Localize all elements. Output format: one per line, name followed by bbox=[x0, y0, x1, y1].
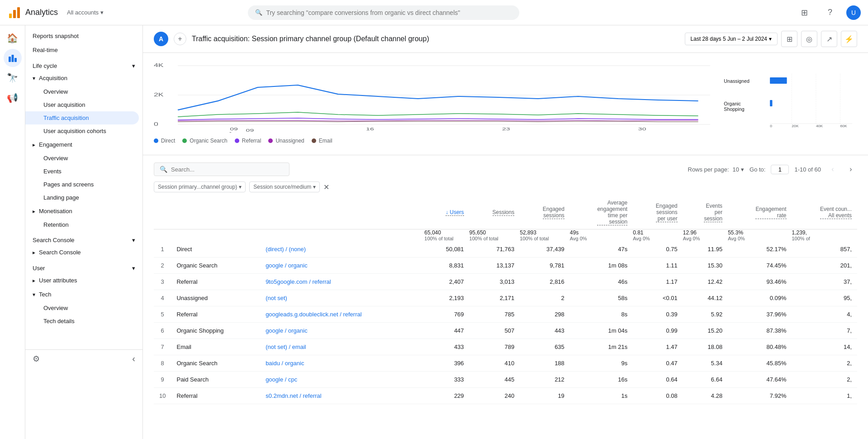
rows-per-page-select[interactable]: Rows per page: 10 ▾ bbox=[688, 166, 745, 173]
legend-direct[interactable]: Direct bbox=[154, 138, 175, 144]
svg-rect-21 bbox=[770, 77, 787, 84]
tech-group[interactable]: ▾ Tech bbox=[25, 287, 142, 301]
row-num: 7 bbox=[154, 339, 171, 355]
row-sessions: 13,137 bbox=[470, 258, 520, 274]
svg-text:2K: 2K bbox=[154, 92, 164, 97]
go-to-input[interactable] bbox=[771, 165, 789, 174]
table-view-button[interactable]: ⊞ bbox=[781, 31, 797, 47]
source-medium-filter-button[interactable]: Session source/medium ▾ bbox=[249, 181, 320, 192]
pagination-info: 1-10 of 60 bbox=[794, 166, 821, 173]
nav-advertising-icon[interactable]: 📢 bbox=[4, 89, 22, 107]
all-accounts-button[interactable]: All accounts ▾ bbox=[63, 7, 107, 18]
th-engaged-sessions[interactable]: Engagedsessions bbox=[520, 196, 570, 229]
table-row: 1 Direct (direct) / (none) 50,081 71,763… bbox=[154, 241, 857, 258]
row-engaged-sessions: 2,816 bbox=[520, 274, 570, 290]
th-events-per-session[interactable]: Eventspersession bbox=[683, 196, 728, 229]
user-avatar[interactable]: U bbox=[846, 5, 861, 20]
svg-text:30: 30 bbox=[638, 127, 646, 131]
row-num: 9 bbox=[154, 372, 171, 388]
row-sessions: 71,763 bbox=[470, 241, 520, 258]
row-engagement-rate: 52.17% bbox=[728, 241, 792, 258]
landing-page-item[interactable]: Landing page bbox=[25, 191, 139, 204]
row-events-per-session: 4.28 bbox=[683, 388, 728, 404]
user-acquisition-item[interactable]: User acquisition bbox=[25, 98, 139, 111]
retention-item[interactable]: Retention bbox=[25, 218, 139, 231]
realtime-nav-item[interactable]: Real-time bbox=[25, 43, 142, 57]
chevron-down-icon: ▾ bbox=[769, 36, 772, 42]
th-users[interactable]: ↓ Users bbox=[424, 196, 469, 229]
search-input[interactable] bbox=[266, 9, 512, 16]
table-search[interactable]: 🔍 bbox=[154, 162, 289, 176]
svg-text:Organic: Organic bbox=[724, 101, 741, 106]
pagination-controls: Rows per page: 10 ▾ Go to: 1-10 of 60 ‹ … bbox=[688, 163, 858, 176]
traffic-acquisition-item[interactable]: Traffic acquisition bbox=[25, 111, 139, 124]
row-avg-engagement: 58s bbox=[570, 290, 633, 306]
search-console-group[interactable]: ▸ Search Console bbox=[25, 245, 142, 259]
engagement-overview-item[interactable]: Overview bbox=[25, 152, 139, 165]
tech-details-item[interactable]: Tech details bbox=[25, 315, 139, 328]
channel-group-filter-button[interactable]: Session primary...channel group) ▾ bbox=[154, 181, 246, 192]
legend-organic-search[interactable]: Organic Search bbox=[182, 138, 227, 144]
row-source: google / organic bbox=[260, 323, 424, 339]
row-avg-engagement: 47s bbox=[570, 241, 633, 258]
th-engagement-rate[interactable]: Engagementrate bbox=[728, 196, 792, 229]
search-icon: 🔍 bbox=[255, 9, 262, 16]
row-channel: Referral bbox=[171, 306, 260, 323]
row-avg-engagement: 1s bbox=[570, 388, 633, 404]
clear-filter-button[interactable]: ✕ bbox=[323, 183, 329, 191]
search-console-section-header[interactable]: Search Console ▾ bbox=[25, 235, 142, 245]
tech-overview-item[interactable]: Overview bbox=[25, 301, 139, 315]
line-chart: 4K 2K 0 bbox=[154, 60, 714, 133]
user-attributes-group[interactable]: ▸ User attributes bbox=[25, 273, 142, 287]
th-source[interactable] bbox=[260, 196, 424, 229]
search-console-chevron-icon: ▾ bbox=[132, 237, 135, 243]
events-item[interactable]: Events bbox=[25, 165, 139, 178]
row-events-per-session: 6.64 bbox=[683, 372, 728, 388]
share-button[interactable]: ↗ bbox=[821, 31, 837, 47]
th-sessions[interactable]: Sessions bbox=[470, 196, 520, 229]
monetisation-group[interactable]: ▸ Monetisation bbox=[25, 204, 142, 218]
legend-email[interactable]: Email bbox=[312, 138, 332, 144]
nav-reports-icon[interactable] bbox=[4, 49, 22, 67]
nav-explore-icon[interactable]: 🔭 bbox=[4, 69, 22, 87]
legend-unassigned[interactable]: Unassigned bbox=[268, 138, 304, 144]
grid-icon-button[interactable]: ⊞ bbox=[796, 4, 814, 22]
insights-button[interactable]: ⚡ bbox=[841, 31, 857, 47]
date-range-button[interactable]: Last 28 days 5 Jun – 2 Jul 2024 ▾ bbox=[685, 33, 778, 45]
row-engagement-rate: 74.45% bbox=[728, 258, 792, 274]
lifecycle-section-header[interactable]: Life cycle ▾ bbox=[25, 61, 142, 71]
compare-button[interactable]: ◎ bbox=[801, 31, 817, 47]
next-page-button[interactable]: › bbox=[844, 163, 857, 176]
nav-home-icon[interactable]: 🏠 bbox=[4, 29, 22, 47]
acquisition-group[interactable]: ▾ Acquisition bbox=[25, 71, 142, 85]
svg-text:40K: 40K bbox=[816, 124, 823, 128]
collapse-sidebar-button[interactable]: ‹ bbox=[132, 353, 135, 364]
user-section-header[interactable]: User ▾ bbox=[25, 263, 142, 273]
table-search-input[interactable] bbox=[171, 166, 284, 173]
row-avg-engagement: 16s bbox=[570, 372, 633, 388]
legend-referral[interactable]: Referral bbox=[235, 138, 261, 144]
reports-snapshot-nav-item[interactable]: Reports snapshot bbox=[25, 29, 142, 43]
th-engaged-per-user[interactable]: Engagedsessionsper user bbox=[633, 196, 683, 229]
row-sessions: 240 bbox=[470, 388, 520, 404]
settings-icon[interactable]: ⚙ bbox=[33, 354, 40, 364]
row-event-count: 4, bbox=[792, 306, 858, 323]
add-comparison-button[interactable]: + bbox=[174, 33, 186, 45]
legend-unassigned-dot bbox=[268, 138, 273, 143]
row-channel: Organic Search bbox=[171, 258, 260, 274]
search-bar[interactable]: 🔍 bbox=[248, 5, 519, 20]
row-num: 2 bbox=[154, 258, 171, 274]
row-avg-engagement: 1m 21s bbox=[570, 339, 633, 355]
help-icon-button[interactable]: ? bbox=[821, 4, 839, 22]
prev-page-button[interactable]: ‹ bbox=[826, 163, 839, 176]
th-event-count[interactable]: Event coun...All events bbox=[792, 196, 858, 229]
pages-screens-item[interactable]: Pages and screens bbox=[25, 178, 139, 191]
table-row: 8 Organic Search baidu / organic 396 410… bbox=[154, 355, 857, 372]
acquisition-overview-item[interactable]: Overview bbox=[25, 85, 139, 98]
th-channel[interactable] bbox=[171, 196, 260, 229]
th-avg-engagement[interactable]: Averageengagementtime persession bbox=[570, 196, 633, 229]
engagement-group[interactable]: ▸ Engagement bbox=[25, 138, 142, 152]
user-acquisition-cohorts-item[interactable]: User acquisition cohorts bbox=[25, 124, 139, 138]
row-num: 6 bbox=[154, 323, 171, 339]
row-engagement-rate: 37.96% bbox=[728, 306, 792, 323]
